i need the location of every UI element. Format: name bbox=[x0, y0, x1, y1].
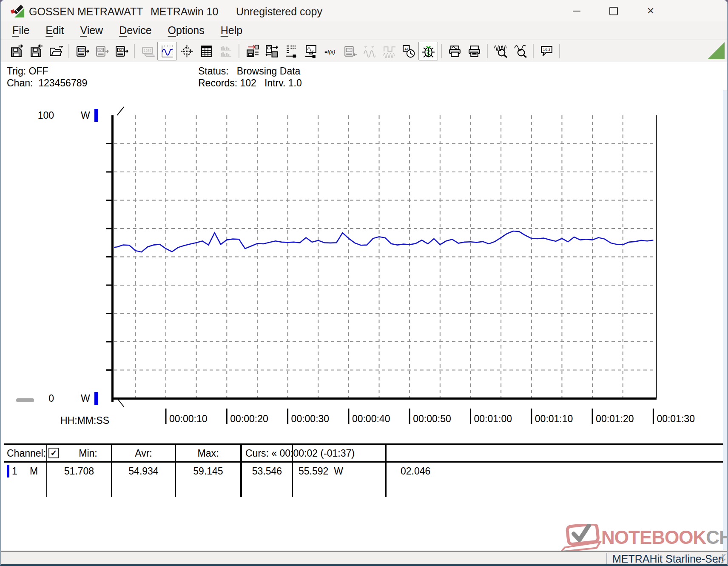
toolbar-separator bbox=[134, 44, 135, 58]
close-button[interactable]: ✕ bbox=[641, 3, 660, 19]
cursor-tool-button[interactable] bbox=[177, 42, 196, 60]
chart-plot[interactable]: 100W0WHH:MM:SS00:00:1000:00:2000:00:3000… bbox=[1, 89, 728, 455]
chart-icon bbox=[160, 44, 174, 58]
notebookcheck-watermark: NOTEBOOKCHECK bbox=[559, 524, 728, 551]
menu-item-edit[interactable]: Edit bbox=[37, 23, 72, 38]
chart-view-button[interactable] bbox=[157, 42, 177, 60]
x-tick-label: 00:01:30 bbox=[657, 413, 695, 424]
notebookcheck-laptop-icon bbox=[559, 524, 606, 551]
formula-button[interactable]: =f(x) bbox=[321, 42, 340, 60]
status-bar: METRAHit Starline-Seri bbox=[1, 551, 727, 566]
toolbar-separator bbox=[559, 44, 560, 58]
transfer-icon bbox=[245, 44, 259, 58]
print-wave-icon bbox=[448, 44, 462, 58]
fx-icon: =f(x) bbox=[324, 44, 338, 58]
plot-right-border bbox=[656, 115, 657, 398]
trig-status: Trig: OFF bbox=[7, 66, 48, 77]
watermark-text-secondary: CHECK bbox=[706, 527, 728, 548]
meter-display-button: 321 bbox=[340, 42, 360, 60]
zoom-in-button[interactable] bbox=[491, 42, 510, 60]
y-max-label: 100 bbox=[38, 110, 54, 121]
menu-item-options[interactable]: Options bbox=[160, 23, 213, 38]
watermark-text-primary: NOTEBOOK bbox=[601, 527, 706, 548]
menu-bar: FileEditViewDeviceOptionsHelp bbox=[1, 21, 727, 40]
mem-out-icon: M bbox=[114, 44, 128, 58]
meter-out-icon: 321 bbox=[95, 44, 109, 58]
cell-max: 59.145 bbox=[176, 466, 240, 477]
print-preview-button[interactable] bbox=[445, 42, 464, 60]
y-min-label: 0 bbox=[48, 393, 54, 404]
browse-status: Status: Browsing Data bbox=[198, 66, 300, 77]
devsetup-icon bbox=[265, 44, 279, 58]
range-marker-bottom bbox=[94, 392, 98, 405]
product-title: METRAwin 10 bbox=[151, 6, 218, 18]
toolbar: 321321M1257=f(x)321121/2.3 bbox=[1, 40, 727, 62]
device-name: METRAHit Starline-Seri bbox=[612, 553, 724, 565]
debug-button[interactable] bbox=[418, 42, 438, 60]
svg-text:1/2.3: 1/2.3 bbox=[543, 48, 550, 51]
toolbar-separator bbox=[68, 44, 69, 58]
x-tick-label: 00:00:50 bbox=[413, 413, 451, 424]
cell-delta: 02.046 bbox=[401, 466, 430, 477]
save-import-button[interactable] bbox=[26, 42, 46, 60]
minimize-button[interactable] bbox=[567, 3, 586, 19]
table-view-button[interactable] bbox=[196, 42, 216, 60]
save-export-button[interactable] bbox=[7, 42, 26, 60]
x-tick-label: 00:00:40 bbox=[352, 413, 390, 424]
grid-lines bbox=[114, 115, 656, 397]
channel-settings-button[interactable] bbox=[282, 42, 301, 60]
cell-min: 51.708 bbox=[47, 466, 111, 477]
col-header-channel: Channel: bbox=[7, 448, 46, 459]
crosshair-icon bbox=[180, 44, 194, 58]
menu-item-view[interactable]: View bbox=[72, 23, 111, 38]
folder-icon bbox=[49, 44, 63, 58]
table-top-border bbox=[4, 443, 725, 445]
client-area: Trig: OFF Chan: 123456789 Status: Browsi… bbox=[1, 62, 727, 551]
tablegrid-icon bbox=[199, 44, 213, 58]
histogram-view-button bbox=[216, 42, 236, 60]
open-file-button[interactable] bbox=[46, 42, 65, 60]
menu-item-device[interactable]: Device bbox=[111, 23, 159, 38]
transfer-settings-button[interactable] bbox=[242, 42, 262, 60]
numeric-display-button: 1257 bbox=[138, 42, 157, 60]
cell-avr: 54.934 bbox=[112, 466, 175, 477]
annotation-button[interactable]: 1/2.3 bbox=[537, 42, 556, 60]
monitor-button[interactable] bbox=[301, 42, 321, 60]
y-axis-line bbox=[111, 115, 114, 402]
toolbar-separator bbox=[239, 44, 239, 58]
chan-status: Chan: 123456789 bbox=[7, 77, 87, 89]
channel-visible-checkbox[interactable]: ✓ bbox=[48, 448, 59, 458]
x-tick-label: 00:01:10 bbox=[535, 413, 573, 424]
chart-scrollbar[interactable] bbox=[723, 90, 728, 550]
menu-item-file[interactable]: File bbox=[4, 23, 37, 38]
app-title: GOSSEN METRAWATT bbox=[29, 6, 143, 18]
floppy-in-icon bbox=[29, 44, 43, 58]
col-header-cursor: Curs: « 00:00:02 (-01:37) bbox=[245, 448, 355, 459]
svg-text:=f(x): =f(x) bbox=[324, 49, 335, 54]
device-settings-button[interactable] bbox=[262, 42, 282, 60]
read-device-button[interactable]: 321 bbox=[72, 42, 92, 60]
x-tick-label: 00:00:30 bbox=[291, 413, 330, 424]
title-bar: GOSSEN METRAWATT METRAwin 10 Unregistere… bbox=[1, 0, 727, 21]
zoom-out-button[interactable] bbox=[510, 42, 530, 60]
menu-item-help[interactable]: Help bbox=[213, 23, 250, 38]
time-settings-button[interactable]: 12 bbox=[399, 42, 418, 60]
h-scrollbar-thumb[interactable] bbox=[16, 398, 34, 402]
col-header-max: Max: bbox=[176, 448, 240, 459]
meter-out-icon: 321 bbox=[75, 44, 89, 58]
svg-text:321: 321 bbox=[78, 48, 83, 51]
read-memory-button[interactable]: M bbox=[111, 42, 131, 60]
x-tick-label: 00:00:20 bbox=[230, 413, 268, 424]
series-line bbox=[111, 231, 653, 252]
histo-icon bbox=[219, 44, 233, 58]
x-axis-format-label: HH:MM:SS bbox=[60, 415, 109, 426]
print-button[interactable] bbox=[464, 42, 484, 60]
resize-grip[interactable] bbox=[714, 552, 726, 564]
svg-text:12: 12 bbox=[404, 46, 408, 50]
pulse-record-button bbox=[379, 42, 399, 60]
analog-wave-button bbox=[360, 42, 379, 60]
sine-icon bbox=[363, 44, 377, 58]
cell-channel: 1 bbox=[12, 466, 17, 477]
bug-icon bbox=[421, 44, 435, 58]
maximize-button[interactable] bbox=[604, 3, 623, 19]
